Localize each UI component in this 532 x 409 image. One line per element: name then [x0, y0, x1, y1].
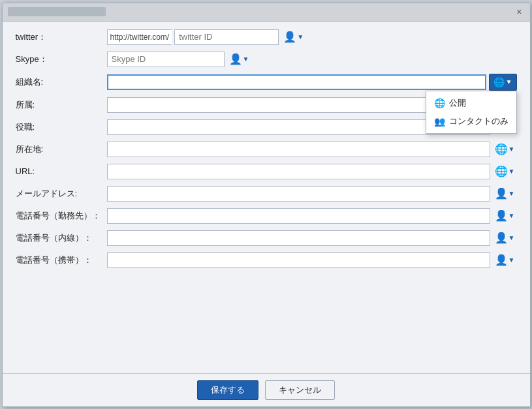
org-input[interactable]	[107, 74, 486, 90]
person-icon-skype: 👤	[229, 53, 242, 65]
globe-icon-org: 🌐	[493, 77, 505, 87]
phone-mobile-label: 電話番号（携帯）：	[16, 254, 107, 266]
globe-icon-url: 🌐	[495, 165, 508, 177]
org-input-area: 🌐 ▼	[107, 74, 517, 91]
twitter-id-input[interactable]	[174, 29, 279, 45]
caret-icon-email: ▼	[509, 190, 515, 197]
caret-icon-skype: ▼	[243, 55, 249, 63]
phone-work-row: 電話番号（勤務先）： 👤 ▼	[16, 208, 517, 224]
dialog-title-area	[8, 7, 106, 16]
email-label: メールアドレス:	[16, 188, 107, 200]
twitter-prefix: http://twitter.com/	[107, 29, 172, 45]
person-icon-phone-mobile: 👤	[495, 254, 508, 266]
dropdown-public[interactable]: 🌐 公開	[426, 94, 516, 112]
phone-ext-input[interactable]	[107, 230, 490, 246]
person-icon-email: 👤	[495, 187, 508, 200]
phone-ext-privacy-btn[interactable]: 👤 ▼	[493, 230, 517, 245]
url-label: URL:	[16, 166, 107, 176]
phone-ext-row: 電話番号（内線）： 👤 ▼	[16, 230, 517, 246]
globe-icon-location: 🌐	[495, 143, 508, 155]
org-label: 組織名:	[16, 76, 107, 88]
dialog: × twitter： http://twitter.com/ 👤 ▼ Skype…	[2, 3, 531, 407]
email-input-area: 👤 ▼	[107, 186, 517, 202]
public-label: 公開	[449, 97, 466, 109]
phone-ext-input-area: 👤 ▼	[107, 230, 517, 246]
url-privacy-btn[interactable]: 🌐 ▼	[493, 164, 517, 179]
url-row: URL: 🌐 ▼	[16, 164, 517, 179]
caret-icon-phone-ext: ▼	[509, 234, 515, 241]
caret-icon-url: ▼	[509, 168, 515, 175]
caret-icon-phone-work: ▼	[509, 212, 515, 219]
person-icon-phone-ext: 👤	[495, 232, 508, 244]
skype-privacy-btn[interactable]: 👤 ▼	[227, 52, 251, 67]
twitter-input-area: http://twitter.com/ 👤 ▼	[107, 29, 517, 45]
role-label: 役職:	[16, 121, 107, 133]
caret-icon: ▼	[297, 33, 304, 40]
phone-work-input-area: 👤 ▼	[107, 208, 517, 224]
dept-label: 所属:	[16, 99, 107, 111]
phone-mobile-privacy-btn[interactable]: 👤 ▼	[493, 252, 517, 267]
phone-work-privacy-btn[interactable]: 👤 ▼	[493, 208, 517, 223]
contacts-label: コンタクトのみ	[449, 115, 509, 127]
phone-mobile-row: 電話番号（携帯）： 👤 ▼	[16, 252, 517, 268]
person-icon-phone-work: 👤	[495, 209, 508, 222]
privacy-dropdown: 🌐 公開 👥 コンタクトのみ	[426, 91, 517, 134]
phone-mobile-input-area: 👤 ▼	[107, 252, 517, 268]
email-input[interactable]	[107, 186, 490, 202]
person-icon: 👤	[283, 31, 296, 43]
skype-input-area: 👤 ▼	[107, 52, 517, 67]
url-input-area: 🌐 ▼	[107, 164, 517, 179]
twitter-privacy-btn[interactable]: 👤 ▼	[281, 29, 305, 44]
dialog-titlebar: ×	[3, 3, 530, 22]
location-input[interactable]	[107, 142, 490, 157]
public-icon: 🌐	[434, 98, 445, 108]
dialog-footer: 保存する キャンセル	[3, 373, 530, 406]
close-button[interactable]: ×	[514, 5, 524, 18]
skype-id-input[interactable]	[107, 52, 225, 67]
skype-row: Skype： 👤 ▼	[16, 52, 517, 67]
caret-icon-phone-mobile: ▼	[509, 256, 515, 264]
location-label: 所在地:	[16, 144, 107, 155]
phone-work-label: 電話番号（勤務先）：	[16, 210, 107, 222]
cancel-button[interactable]: キャンセル	[265, 380, 335, 400]
phone-work-input[interactable]	[107, 208, 490, 224]
url-input[interactable]	[107, 164, 490, 179]
org-privacy-btn[interactable]: 🌐 ▼	[489, 74, 517, 91]
contacts-icon: 👥	[434, 116, 445, 127]
location-privacy-btn[interactable]: 🌐 ▼	[493, 142, 517, 157]
dropdown-contacts[interactable]: 👥 コンタクトのみ	[426, 112, 516, 130]
dialog-content: twitter： http://twitter.com/ 👤 ▼ Skype： …	[3, 22, 530, 373]
location-input-area: 🌐 ▼	[107, 142, 517, 157]
caret-icon-org: ▼	[506, 78, 512, 85]
title-placeholder	[8, 7, 106, 16]
location-row: 所在地: 🌐 ▼	[16, 142, 517, 157]
twitter-label: twitter：	[16, 31, 107, 43]
twitter-row: twitter： http://twitter.com/ 👤 ▼	[16, 29, 517, 45]
org-row: 組織名: 🌐 ▼ 🌐 公開 👥 コンタクトのみ	[16, 74, 517, 91]
email-row: メールアドレス: 👤 ▼	[16, 186, 517, 202]
phone-ext-label: 電話番号（内線）：	[16, 232, 107, 244]
skype-label: Skype：	[16, 53, 107, 65]
email-privacy-btn[interactable]: 👤 ▼	[493, 186, 517, 201]
caret-icon-location: ▼	[509, 145, 515, 153]
phone-mobile-input[interactable]	[107, 252, 490, 268]
save-button[interactable]: 保存する	[197, 380, 258, 400]
